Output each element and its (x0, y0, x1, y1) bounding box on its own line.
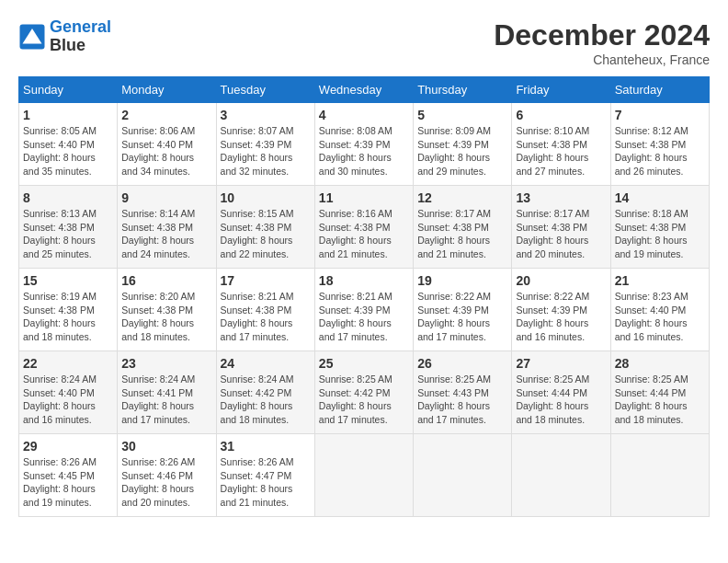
day-info: Sunrise: 8:21 AM Sunset: 4:39 PM Dayligh… (319, 290, 409, 344)
day-number: 23 (121, 356, 211, 371)
day-info: Sunrise: 8:10 AM Sunset: 4:38 PM Dayligh… (516, 124, 606, 178)
logo: General Blue (18, 18, 111, 55)
day-info: Sunrise: 8:08 AM Sunset: 4:39 PM Dayligh… (319, 124, 409, 178)
day-info: Sunrise: 8:07 AM Sunset: 4:39 PM Dayligh… (221, 124, 311, 178)
calendar-cell: 28 Sunrise: 8:25 AM Sunset: 4:44 PM Dayl… (610, 351, 709, 434)
calendar-cell (512, 434, 610, 517)
day-number: 7 (615, 108, 705, 122)
day-info: Sunrise: 8:24 AM Sunset: 4:42 PM Dayligh… (221, 373, 311, 427)
calendar-week-1: 1 Sunrise: 8:05 AM Sunset: 4:40 PM Dayli… (19, 103, 710, 186)
calendar-cell: 16 Sunrise: 8:20 AM Sunset: 4:38 PM Dayl… (118, 269, 216, 351)
day-number: 30 (121, 439, 211, 454)
calendar-cell: 26 Sunrise: 8:25 AM Sunset: 4:43 PM Dayl… (414, 351, 512, 434)
day-info: Sunrise: 8:25 AM Sunset: 4:44 PM Dayligh… (516, 373, 606, 427)
day-info: Sunrise: 8:18 AM Sunset: 4:38 PM Dayligh… (615, 207, 705, 261)
calendar-cell: 14 Sunrise: 8:18 AM Sunset: 4:38 PM Dayl… (610, 186, 709, 269)
calendar-cell: 15 Sunrise: 8:19 AM Sunset: 4:38 PM Dayl… (19, 269, 118, 351)
day-info: Sunrise: 8:22 AM Sunset: 4:39 PM Dayligh… (417, 290, 507, 344)
month-title: December 2024 (494, 18, 710, 52)
day-number: 5 (417, 108, 507, 122)
day-number: 16 (121, 273, 211, 288)
calendar-cell: 29 Sunrise: 8:26 AM Sunset: 4:45 PM Dayl… (19, 434, 118, 517)
calendar-cell: 20 Sunrise: 8:22 AM Sunset: 4:39 PM Dayl… (512, 269, 610, 351)
calendar-cell: 13 Sunrise: 8:17 AM Sunset: 4:38 PM Dayl… (512, 186, 610, 269)
calendar-cell: 5 Sunrise: 8:09 AM Sunset: 4:39 PM Dayli… (414, 103, 512, 186)
day-number: 13 (516, 190, 606, 205)
day-info: Sunrise: 8:25 AM Sunset: 4:44 PM Dayligh… (615, 373, 705, 427)
day-info: Sunrise: 8:24 AM Sunset: 4:40 PM Dayligh… (23, 373, 113, 427)
day-number: 4 (319, 108, 409, 122)
day-number: 20 (516, 273, 606, 288)
day-number: 11 (319, 190, 409, 205)
day-number: 17 (221, 273, 311, 288)
day-info: Sunrise: 8:25 AM Sunset: 4:42 PM Dayligh… (319, 373, 409, 427)
day-number: 18 (319, 273, 409, 288)
calendar-cell (610, 434, 709, 517)
calendar-week-5: 29 Sunrise: 8:26 AM Sunset: 4:45 PM Dayl… (19, 434, 710, 517)
calendar-cell: 3 Sunrise: 8:07 AM Sunset: 4:39 PM Dayli… (216, 103, 314, 186)
day-number: 14 (615, 190, 705, 205)
calendar-cell: 7 Sunrise: 8:12 AM Sunset: 4:38 PM Dayli… (610, 103, 709, 186)
calendar-cell: 10 Sunrise: 8:15 AM Sunset: 4:38 PM Dayl… (216, 186, 314, 269)
calendar-cell: 6 Sunrise: 8:10 AM Sunset: 4:38 PM Dayli… (512, 103, 610, 186)
header-day-saturday: Saturday (610, 77, 709, 103)
calendar-week-4: 22 Sunrise: 8:24 AM Sunset: 4:40 PM Dayl… (19, 351, 710, 434)
day-info: Sunrise: 8:09 AM Sunset: 4:39 PM Dayligh… (417, 124, 507, 178)
day-number: 6 (516, 108, 606, 122)
day-number: 26 (417, 356, 507, 371)
day-number: 3 (221, 108, 311, 122)
day-info: Sunrise: 8:12 AM Sunset: 4:38 PM Dayligh… (615, 124, 705, 178)
day-info: Sunrise: 8:16 AM Sunset: 4:38 PM Dayligh… (319, 207, 409, 261)
calendar-cell: 24 Sunrise: 8:24 AM Sunset: 4:42 PM Dayl… (216, 351, 314, 434)
day-number: 21 (615, 273, 705, 288)
day-info: Sunrise: 8:05 AM Sunset: 4:40 PM Dayligh… (23, 124, 113, 178)
day-number: 8 (23, 190, 113, 205)
calendar-cell (414, 434, 512, 517)
day-number: 1 (23, 108, 113, 122)
day-info: Sunrise: 8:26 AM Sunset: 4:46 PM Dayligh… (121, 455, 211, 510)
calendar-cell: 27 Sunrise: 8:25 AM Sunset: 4:44 PM Dayl… (512, 351, 610, 434)
day-info: Sunrise: 8:26 AM Sunset: 4:45 PM Dayligh… (23, 455, 113, 510)
header-day-sunday: Sunday (19, 77, 118, 103)
calendar-cell (314, 434, 413, 517)
calendar-cell: 21 Sunrise: 8:23 AM Sunset: 4:40 PM Dayl… (610, 269, 709, 351)
day-number: 25 (319, 356, 409, 371)
calendar-cell: 4 Sunrise: 8:08 AM Sunset: 4:39 PM Dayli… (314, 103, 413, 186)
logo-icon (18, 23, 46, 51)
day-number: 15 (23, 273, 113, 288)
header-day-thursday: Thursday (414, 77, 512, 103)
day-info: Sunrise: 8:17 AM Sunset: 4:38 PM Dayligh… (516, 207, 606, 261)
day-number: 24 (221, 356, 311, 371)
day-number: 31 (221, 439, 311, 454)
logo-text: General Blue (50, 18, 111, 55)
day-number: 27 (516, 356, 606, 371)
calendar-cell: 30 Sunrise: 8:26 AM Sunset: 4:46 PM Dayl… (118, 434, 216, 517)
header-day-monday: Monday (118, 77, 216, 103)
header-day-friday: Friday (512, 77, 610, 103)
calendar-cell: 8 Sunrise: 8:13 AM Sunset: 4:38 PM Dayli… (19, 186, 118, 269)
day-info: Sunrise: 8:26 AM Sunset: 4:47 PM Dayligh… (221, 455, 311, 510)
day-info: Sunrise: 8:06 AM Sunset: 4:40 PM Dayligh… (121, 124, 211, 178)
calendar-week-2: 8 Sunrise: 8:13 AM Sunset: 4:38 PM Dayli… (19, 186, 710, 269)
day-number: 9 (121, 190, 211, 205)
day-number: 28 (615, 356, 705, 371)
calendar-cell: 11 Sunrise: 8:16 AM Sunset: 4:38 PM Dayl… (314, 186, 413, 269)
calendar-cell: 25 Sunrise: 8:25 AM Sunset: 4:42 PM Dayl… (314, 351, 413, 434)
day-info: Sunrise: 8:15 AM Sunset: 4:38 PM Dayligh… (221, 207, 311, 261)
calendar-cell: 12 Sunrise: 8:17 AM Sunset: 4:38 PM Dayl… (414, 186, 512, 269)
day-number: 10 (221, 190, 311, 205)
header-day-tuesday: Tuesday (216, 77, 314, 103)
calendar-table: SundayMondayTuesdayWednesdayThursdayFrid… (18, 76, 710, 517)
day-info: Sunrise: 8:23 AM Sunset: 4:40 PM Dayligh… (615, 290, 705, 344)
day-info: Sunrise: 8:25 AM Sunset: 4:43 PM Dayligh… (417, 373, 507, 427)
calendar-week-3: 15 Sunrise: 8:19 AM Sunset: 4:38 PM Dayl… (19, 269, 710, 351)
calendar-cell: 31 Sunrise: 8:26 AM Sunset: 4:47 PM Dayl… (216, 434, 314, 517)
page-header: General Blue December 2024 Chanteheux, F… (18, 18, 710, 67)
calendar-cell: 1 Sunrise: 8:05 AM Sunset: 4:40 PM Dayli… (19, 103, 118, 186)
day-number: 2 (121, 108, 211, 122)
day-number: 12 (417, 190, 507, 205)
day-number: 19 (417, 273, 507, 288)
calendar-header-row: SundayMondayTuesdayWednesdayThursdayFrid… (19, 77, 710, 103)
calendar-cell: 18 Sunrise: 8:21 AM Sunset: 4:39 PM Dayl… (314, 269, 413, 351)
day-number: 22 (23, 356, 113, 371)
